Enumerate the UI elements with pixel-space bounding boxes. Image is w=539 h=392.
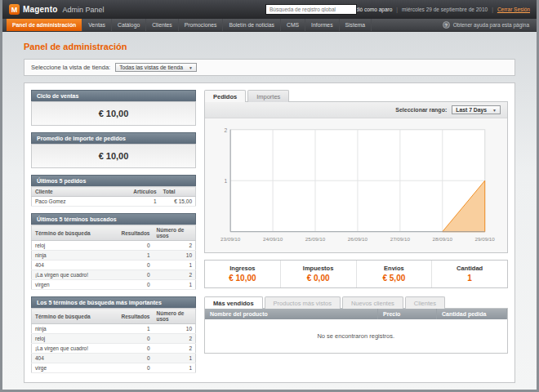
logo-name: Magento — [23, 5, 58, 14]
cell-term: virge — [32, 363, 118, 373]
table-row[interactable]: 404 0 1 — [32, 354, 196, 363]
nav-item-informes[interactable]: Informes — [305, 19, 339, 31]
x-tick: 28/09/10 — [433, 236, 453, 242]
lifetime-sales-panel: Ciclo de ventas € 10,00 — [31, 90, 196, 126]
stat-cantidad: Cantidad 1 — [431, 261, 507, 287]
tab-importes[interactable]: Importes — [247, 90, 289, 102]
store-switcher: Seleccione la vista de tienda: Todas las… — [24, 59, 515, 76]
cell-uses: 2 — [154, 270, 196, 280]
cell-term: reloj — [32, 334, 118, 344]
stat-label: Impuestos — [281, 265, 356, 272]
cell-term: ¡La virgen que cuadro! — [32, 270, 118, 280]
table-row[interactable]: virgen 0 1 — [32, 280, 196, 290]
table-header-row: Cliente Artículos Total — [32, 187, 196, 197]
nav-item-catalogo[interactable]: Catálogo — [112, 19, 146, 31]
stat-label: Ingresos — [205, 265, 280, 272]
nav-item-clientes[interactable]: Clientes — [146, 19, 179, 31]
cell-items: 1 — [130, 197, 159, 207]
logo-subtitle: Admin Panel — [63, 6, 105, 14]
page-content: Panel de administración Seleccione la vi… — [2, 32, 537, 383]
table-row[interactable]: ninja 1 10 — [32, 324, 196, 334]
nav-item-dashboard[interactable]: Panel de administración — [7, 19, 82, 31]
col-header: Precio — [378, 309, 437, 319]
store-switcher-label: Seleccione la vista de tienda: — [31, 64, 110, 71]
range-label: Seleccionar rango: — [395, 107, 447, 113]
table-header-row: Nombre del producto Precio Cantidad pedi… — [205, 309, 507, 319]
last-search-terms-table: Término de búsqueda Resultados Número de… — [31, 225, 196, 290]
tab-mas-vendidos[interactable]: Más vendidos — [204, 296, 263, 309]
cell-uses: 2 — [154, 344, 196, 354]
tab-clientes[interactable]: Clientes — [405, 296, 445, 309]
stat-label: Cantidad — [432, 265, 507, 272]
cell-results: 0 — [118, 354, 153, 363]
table-row[interactable]: reloj 0 2 — [32, 241, 196, 251]
stat-value: 1 — [432, 274, 507, 283]
orders-chart-panel: Seleccionar rango: Last 7 Days ▼ — [204, 101, 508, 253]
x-tick: 25/09/10 — [305, 236, 326, 242]
col-header: Total — [160, 187, 196, 197]
x-tick: 29/09/10 — [475, 236, 496, 242]
col-header: Resultados — [118, 309, 153, 324]
tab-nuevos-clientes[interactable]: Nuevos clientes — [342, 296, 403, 309]
dashboard-right-column: Pedidos Importes Seleccionar rango: Last… — [204, 90, 508, 376]
logout-link[interactable]: Cerrar Sesión — [497, 7, 530, 12]
average-orders-value: € 10,00 — [31, 144, 196, 168]
table-header-row: Término de búsqueda Resultados Número de… — [32, 225, 196, 241]
cell-uses: 1 — [154, 363, 196, 373]
table-row[interactable]: reloj 0 2 — [32, 334, 196, 344]
y-tick: 2 — [225, 127, 228, 133]
page-title: Panel de administración — [24, 42, 515, 51]
nav-item-promociones[interactable]: Promociones — [179, 19, 224, 31]
stat-envios: Envíos € 5,00 — [356, 261, 432, 287]
col-header: Término de búsqueda — [32, 225, 118, 241]
cell-results: 0 — [118, 280, 153, 290]
magento-admin-window: M Magento Admin Panel Accedió como aparo… — [0, 0, 539, 392]
nav-item-boletin[interactable]: Boletín de noticias — [223, 19, 281, 31]
col-header: Artículos — [130, 187, 159, 197]
cell-results: 0 — [118, 241, 153, 251]
global-search-input[interactable] — [265, 4, 357, 15]
cell-term: 404 — [32, 261, 118, 270]
tab-productos-mas-vistos[interactable]: Productos más vistos — [265, 296, 341, 309]
table-row[interactable]: Paco Gomez 1 € 15,00 — [32, 197, 196, 207]
panel-title: Últimos 5 términos buscados — [31, 213, 196, 225]
cell-term: ninja — [32, 324, 118, 334]
nav-item-ventas[interactable]: Ventas — [82, 19, 112, 31]
nav-item-cms[interactable]: CMS — [281, 19, 305, 31]
cell-customer: Paco Gomez — [32, 197, 131, 207]
table-row[interactable]: ninja 1 10 — [32, 251, 196, 261]
y-tick: 1 — [225, 178, 228, 184]
cell-results: 1 — [118, 251, 153, 261]
cell-results: 1 — [118, 324, 153, 334]
totals-bar: Ingresos € 10,00 Impuestos € 0,00 Envíos… — [204, 260, 508, 288]
stat-impuestos: Impuestos € 0,00 — [280, 261, 356, 287]
cell-results: 0 — [118, 270, 153, 280]
store-view-select[interactable]: Todas las vistas de tienda ▼ — [115, 63, 197, 72]
col-header: Término de búsqueda — [32, 309, 118, 324]
chevron-down-icon: ▼ — [189, 65, 193, 70]
range-value: Last 7 Days — [456, 107, 487, 113]
table-header-row: Término de búsqueda Resultados Número de… — [32, 309, 196, 324]
table-row[interactable]: 404 0 1 — [32, 261, 196, 270]
col-header: Cantidad pedida — [437, 309, 507, 319]
table-row[interactable]: ¡La virgen que cuadro! 0 2 — [32, 344, 196, 354]
lifetime-sales-value: € 10,00 — [31, 101, 196, 126]
page-help-link[interactable]: ? Obtener ayuda para esta página — [443, 19, 532, 31]
col-header: Nombre del producto — [205, 309, 378, 319]
nav-item-sistema[interactable]: Sistema — [340, 19, 372, 31]
cell-results: 0 — [118, 261, 153, 270]
chevron-down-icon: ▼ — [492, 108, 497, 113]
table-row[interactable]: virge 0 1 — [32, 363, 196, 373]
cell-term: virgen — [32, 280, 118, 290]
chart-area: 2 1 23/09/10 24/09/10 25/09/10 26/09/10 … — [205, 118, 507, 249]
tab-pedidos[interactable]: Pedidos — [204, 90, 246, 102]
magento-logo: M Magento Admin Panel — [9, 4, 105, 15]
user-info: Accedió como aparo | miércoles 29 de sep… — [344, 7, 530, 12]
table-row[interactable]: ¡La virgen que cuadro! 0 2 — [32, 270, 196, 280]
store-view-value: Todas las vistas de tienda — [119, 65, 183, 70]
main-nav: Panel de administración Ventas Catálogo … — [2, 19, 537, 32]
average-orders-panel: Promedio de importe de pedidos € 10,00 — [31, 132, 196, 168]
cell-results: 0 — [118, 363, 153, 373]
dashboard-left-column: Ciclo de ventas € 10,00 Promedio de impo… — [31, 90, 196, 376]
range-select[interactable]: Last 7 Days ▼ — [452, 105, 501, 114]
